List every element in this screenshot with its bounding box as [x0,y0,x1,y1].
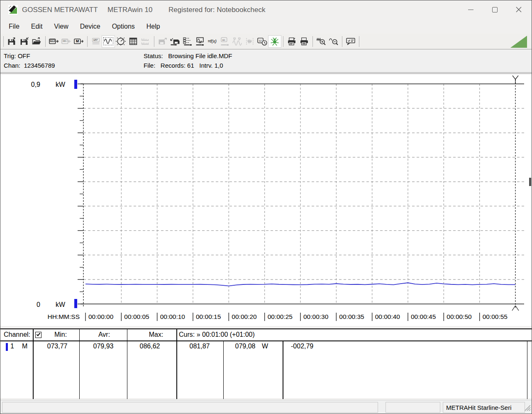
channel1-range-marker-bottom [74,299,77,308]
toolbar-zoom-out-button[interactable] [327,36,340,47]
menu-device[interactable]: Device [74,21,106,32]
file-label: File: [144,62,155,69]
toolbar-open-file-button[interactable] [31,36,43,47]
title-bar: GOSSEN METRAWATT METRAwin 10 Registered … [0,0,532,19]
menu-help[interactable]: Help [141,21,166,32]
read-memory-icon: M [73,37,84,46]
toolbar-print-preview-button[interactable] [286,36,298,47]
close-button[interactable] [507,0,531,19]
toolbar-web-live-button[interactable] [268,36,281,47]
file-records: Records: 61 [161,62,194,69]
svg-text:12: 12 [259,39,262,42]
toolbar-read-device-button[interactable]: 321 [48,36,60,47]
cell-cursor1: 081,87 [185,343,214,350]
registered-for: Registered for: Notebookcheck [168,6,265,14]
svg-text:M: M [76,39,79,43]
toolbar-separator [87,36,88,47]
x-tick-label: 00:00:55 [483,313,508,320]
axis-ticks [78,84,83,304]
toolbar-print-button[interactable] [298,36,310,47]
y-min-label: 0 [37,301,40,308]
toolbar: 321321M1257=f(x)32112 [0,34,532,49]
y-unit-bottom: kW [56,301,66,308]
close-icon [516,7,522,12]
x-axis-format-label: HH:MM:SS [48,313,80,320]
toolbar-notes-button[interactable] [344,36,357,47]
channel-table: Channel: Min: Avr: Max: Curs: » 00:01:00… [0,328,532,398]
toolbar-separator [312,36,313,47]
toolbar-channel-settings-button[interactable] [181,36,194,47]
table-header-underline [0,341,532,341]
chart-gridlines [83,84,524,304]
menu-view[interactable]: View [48,21,74,32]
cycle-settings-icon [232,37,243,46]
status-info-panel: Trig: OFF Chan: 123456789 Status: Browsi… [0,49,532,73]
device-settings-icon: 321 [220,37,230,46]
print-icon [299,37,310,46]
x-tick-label: 00:00:05 [124,313,149,320]
channel-number[interactable]: 1 [10,343,14,350]
view-table-icon [128,37,139,46]
col-header-cursor: Curs: » 00:01:00 (+01:00) [179,331,255,338]
menu-file[interactable]: File [3,21,25,32]
y-max-label: 0,9 [31,81,40,88]
resize-grip[interactable] [524,404,531,413]
x-tick-label: 00:00:45 [411,313,436,320]
save-file-as-icon [19,37,30,46]
formula-icon: =f(x) [207,37,218,46]
svg-text:321: 321 [63,40,66,42]
toolbar-cycle-settings-button [231,36,244,47]
toolbar-display-settings-button[interactable] [194,36,206,47]
toolbar-separator [3,36,4,47]
chart-cursor[interactable] [512,76,519,311]
time-settings-icon: 12 [257,37,268,46]
x-tick-label: 00:00:40 [375,313,400,320]
toolbar-save-file-button[interactable] [6,36,18,47]
toolbar-zoom-in-button[interactable] [315,36,327,47]
statusbar-device-panel: METRAHit Starline-Seri [443,402,525,413]
menu-edit[interactable]: Edit [25,21,49,32]
x-tick-label: 00:00:30 [303,313,329,320]
statusbar-aux-panel [386,402,440,413]
x-tick-label: 00:00:20 [232,313,257,320]
toolbar-separator [45,36,46,47]
zoom-in-icon [316,37,327,46]
chan-value: 123456789 [24,62,55,69]
toolbar-save-file-as-button[interactable] [18,36,31,47]
view-pointer-icon [115,37,126,46]
view-histogram-icon [140,37,151,46]
cell-avr: 079,93 [89,343,118,350]
save-settings-icon [170,37,181,46]
toolbar-view-table-button[interactable] [127,36,139,47]
open-file-icon [32,37,42,46]
menu-bar: FileEditViewDeviceOptionsHelp [0,19,532,34]
trig-label: Trig: [4,52,16,59]
toolbar-view-curve-button[interactable] [102,36,115,47]
toolbar-send-device-button: 321 [60,36,73,47]
channel-visibility-checkbox[interactable] [35,332,41,338]
display-settings-icon [195,37,205,46]
svg-text:=f(x): =f(x) [207,39,216,44]
maximize-button[interactable] [483,0,507,19]
toolbar-view-pointer-button[interactable] [115,36,127,47]
chart-splitter-handle[interactable] [529,178,531,186]
zoom-out-icon [328,37,339,46]
toolbar-read-memory-button[interactable]: M [73,36,85,47]
toolbar-formula-button[interactable]: =f(x) [206,36,219,47]
chan-label: Chan: [4,62,20,69]
toolbar-save-settings-button[interactable] [169,36,181,47]
col-header-min: Min: [46,331,75,338]
cell-max: 086,62 [135,343,164,350]
toolbar-view-histogram-button [139,36,152,47]
chart-panel: 0,9 kW 0 kW HH:MM:SS 00:00:0000:00:050 [0,73,532,326]
menu-options[interactable]: Options [106,21,141,32]
print-preview-icon [286,37,297,46]
toolbar-time-settings-button[interactable]: 12 [256,36,268,47]
x-tick-label: 00:00:25 [268,313,293,320]
toolbar-device-settings-button: 321 [219,36,231,47]
minimize-button[interactable] [459,0,483,19]
maximize-icon [492,7,498,12]
app-window: GOSSEN METRAWATT METRAwin 10 Registered … [0,0,532,414]
read-device-icon: 321 [49,37,59,46]
svg-text:321: 321 [51,40,54,42]
